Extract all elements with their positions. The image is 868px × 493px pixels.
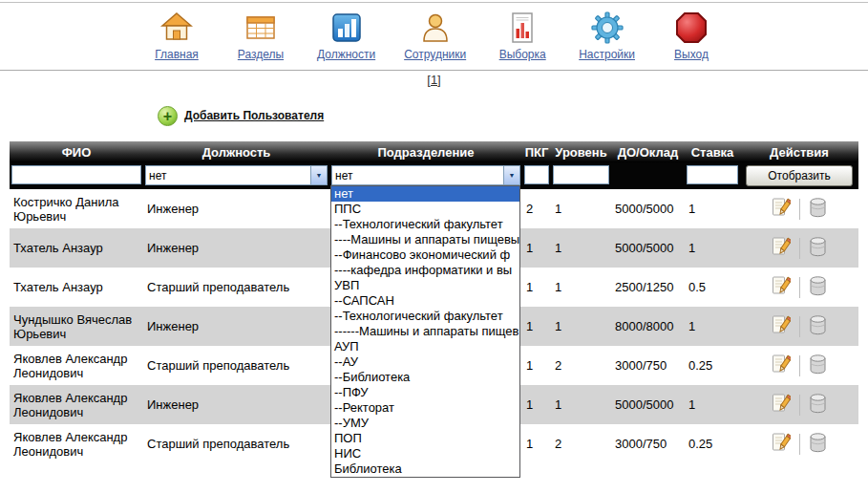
actions-cell: [740, 268, 858, 307]
dropdown-option[interactable]: нет: [331, 186, 519, 202]
position-cell: Инженер: [143, 228, 329, 268]
rate-cell: 1: [685, 189, 740, 228]
salary-cell: 5000/5000: [611, 189, 685, 228]
position-filter-value: нет: [146, 169, 310, 182]
salary-cell: 3000/750: [611, 346, 685, 385]
delete-icon[interactable]: [809, 197, 827, 221]
dropdown-option[interactable]: --Финансово экономический ф: [331, 247, 519, 263]
table-header-row: ФИО Должность Подразделение ПКГ Уровень …: [10, 141, 858, 162]
dropdown-option[interactable]: --Библиотека: [331, 370, 519, 385]
actions-cell: [740, 189, 858, 228]
dropdown-option[interactable]: --Технологический факультет: [331, 309, 519, 324]
nav-item-settings[interactable]: Настройки: [579, 10, 635, 61]
edit-icon[interactable]: [772, 354, 791, 377]
nav-label: Разделы: [238, 48, 284, 61]
dropdown-option[interactable]: --АУ: [331, 354, 519, 370]
actions-cell: [740, 228, 858, 268]
dropdown-option[interactable]: --САПСАН: [331, 293, 519, 309]
page-link-1[interactable]: [1]: [427, 73, 440, 87]
dropdown-option[interactable]: ----Машины и аппараты пищевы: [331, 232, 519, 247]
dropdown-option[interactable]: --Ректорат: [331, 400, 519, 416]
edit-icon[interactable]: [772, 275, 791, 299]
edit-icon[interactable]: [772, 197, 791, 221]
chevron-down-icon: ▼: [310, 166, 327, 184]
level-cell: 2: [551, 346, 611, 385]
fio-filter-input[interactable]: [11, 165, 141, 184]
edit-icon[interactable]: [772, 432, 791, 456]
nav-item-home[interactable]: Главная: [149, 10, 204, 61]
nav-item-positions[interactable]: Должности: [317, 10, 375, 61]
display-button[interactable]: Отобразить: [746, 165, 853, 186]
pkg-cell: 1: [522, 346, 551, 385]
actions-cell: [740, 424, 858, 463]
level-cell: 1: [551, 385, 611, 424]
dropdown-option[interactable]: АУП: [331, 339, 519, 354]
header-rate: Ставка: [685, 141, 740, 162]
pkg-filter-input[interactable]: [524, 165, 549, 184]
edit-icon[interactable]: [772, 314, 791, 338]
header-actions: Действия: [740, 141, 858, 162]
delete-icon[interactable]: [809, 432, 827, 456]
header-pkg: ПКГ: [522, 141, 551, 162]
add-user-row: + Добавить Пользователя: [0, 90, 868, 141]
salary-cell: 3000/750: [611, 424, 685, 463]
divider: [799, 199, 800, 220]
add-plus-icon[interactable]: +: [158, 106, 178, 126]
pkg-cell: 1: [522, 424, 551, 463]
fio-cell: Яковлев Александр Леонидович: [10, 385, 143, 424]
header-salary: ДО/Оклад: [611, 141, 685, 162]
level-cell: 1: [551, 189, 611, 228]
delete-icon[interactable]: [809, 393, 827, 417]
top-navigation: Главная Разделы: [0, 2, 868, 71]
rate-filter-input[interactable]: [687, 165, 738, 184]
header-position: Должность: [143, 141, 329, 162]
delete-icon[interactable]: [809, 354, 827, 377]
dropdown-option[interactable]: --Технологический факультет: [331, 217, 519, 232]
salary-cell: 8000/8000: [611, 307, 685, 346]
dropdown-option[interactable]: ППС: [331, 202, 519, 217]
rate-cell: 1: [685, 385, 740, 424]
level-filter-input[interactable]: [553, 165, 609, 184]
nav-label: Главная: [155, 48, 199, 61]
dropdown-option[interactable]: Библиотека: [331, 461, 519, 477]
edit-icon[interactable]: [772, 236, 791, 260]
delete-icon[interactable]: [809, 314, 827, 338]
fio-cell: Костричко Данила Юрьевич: [10, 189, 143, 228]
nav-item-employees[interactable]: Сотрудники: [404, 10, 466, 61]
exit-stop-icon: [673, 10, 709, 46]
salary-cell: 2500/1250: [611, 268, 685, 307]
level-cell: 1: [551, 268, 611, 307]
dropdown-option[interactable]: --УМУ: [331, 416, 519, 431]
delete-icon[interactable]: [809, 236, 827, 260]
pkg-cell: 1: [522, 268, 551, 307]
divider: [799, 277, 800, 298]
position-cell: Старший преподаватель: [143, 268, 329, 307]
nav-item-exit[interactable]: Выход: [664, 10, 719, 61]
dropdown-option[interactable]: ----кафедра информатики и вы: [331, 263, 519, 278]
dropdown-option[interactable]: ПОП: [331, 431, 519, 446]
add-user-link[interactable]: Добавить Пользователя: [184, 109, 324, 122]
rate-cell: 0.5: [685, 268, 740, 307]
delete-icon[interactable]: [809, 275, 827, 299]
pkg-cell: 1: [522, 307, 551, 346]
pkg-cell: 2: [522, 189, 551, 228]
position-cell: Старший преподаватель: [143, 424, 329, 463]
header-department: Подразделение: [329, 141, 522, 162]
divider: [799, 355, 800, 376]
fio-cell: Яковлев Александр Леонидович: [10, 424, 143, 463]
nav-label: Сотрудники: [404, 48, 466, 61]
dropdown-option[interactable]: --ПФУ: [331, 385, 519, 400]
nav-item-selection[interactable]: Выборка: [495, 10, 550, 61]
level-cell: 1: [551, 228, 611, 268]
department-filter-select[interactable]: нет ▼: [331, 165, 520, 185]
dropdown-option[interactable]: ------Машины и аппараты пищев: [331, 324, 519, 339]
dropdown-option[interactable]: УВП: [331, 278, 519, 293]
nav-label: Выборка: [499, 48, 546, 61]
settings-gear-icon: [589, 10, 625, 46]
position-filter-select[interactable]: нет ▼: [145, 165, 328, 185]
home-icon: [159, 10, 195, 46]
dropdown-option[interactable]: НИС: [331, 446, 519, 461]
nav-item-sections[interactable]: Разделы: [233, 10, 288, 61]
edit-icon[interactable]: [772, 393, 791, 417]
fio-cell: Яковлев Александр Леонидович: [10, 346, 143, 385]
